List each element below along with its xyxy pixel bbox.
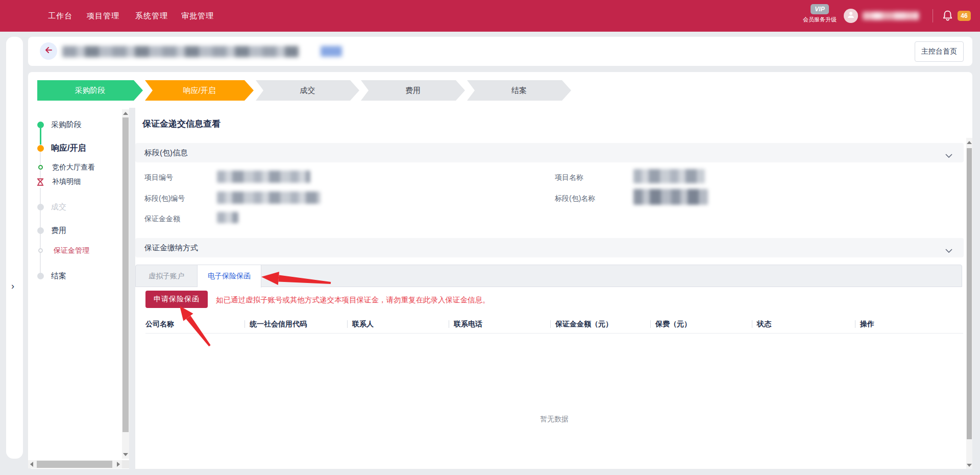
tab-virtual-sub-account[interactable]: 虚拟子账户 <box>136 265 198 287</box>
vip-upgrade-label: 会员服务升级 <box>800 16 839 23</box>
field-value-redacted <box>217 212 238 223</box>
timeline-dot-current <box>37 145 44 152</box>
step-closing: 结案 <box>467 80 571 101</box>
vip-upgrade[interactable]: VIP 会员服务升级 <box>800 4 839 23</box>
content-vertical-scrollbar[interactable] <box>966 138 972 469</box>
back-arrow-icon <box>44 46 53 56</box>
timeline-line-completed <box>40 128 41 145</box>
sidebar-item-deposit-management[interactable]: 保证金管理 <box>54 246 89 255</box>
col-action: 操作 <box>855 315 963 333</box>
chevron-down-icon[interactable] <box>945 151 952 160</box>
step-fees: 费用 <box>361 80 465 101</box>
scrollbar-corner <box>122 460 129 468</box>
scroll-up-arrow[interactable] <box>967 141 972 144</box>
apply-insurance-guarantee-button[interactable]: 申请保险保函 <box>145 291 208 308</box>
scroll-down-arrow[interactable] <box>123 453 128 456</box>
col-status: 状态 <box>752 315 855 333</box>
console-home-button[interactable]: 主控台首页 <box>915 41 964 62</box>
nav-item-workbench[interactable]: 工作台 <box>48 0 72 32</box>
sidebar-item-response-open[interactable]: 响应/开启 <box>51 143 86 154</box>
back-button[interactable] <box>40 42 57 60</box>
scroll-down-arrow[interactable] <box>967 464 972 467</box>
sidebar-scrollbar-thumb[interactable] <box>122 117 129 432</box>
hourglass-icon <box>37 178 44 188</box>
col-premium: 保费（元） <box>650 315 752 333</box>
timeline-dot-disabled <box>37 204 44 210</box>
field-value-redacted <box>633 169 705 183</box>
page-title: 保证金递交信息查看 <box>142 118 220 130</box>
field-label-package-no: 标段(包)编号 <box>144 194 185 203</box>
page: { "navbar": { "menu": [ {"label": "工作台"}… <box>0 0 980 475</box>
scroll-up-arrow[interactable] <box>123 112 128 115</box>
guarantee-table-header: 公司名称 统一社会信用代码 联系人 联系电话 保证金金额（元） 保费（元） 状态… <box>145 315 963 334</box>
nav-item-approval[interactable]: 审批管理 <box>181 0 214 32</box>
sidebar-vertical-scrollbar[interactable] <box>122 109 129 459</box>
scroll-right-arrow[interactable] <box>117 462 120 467</box>
col-deposit-amount: 保证金金额（元） <box>550 315 650 333</box>
vip-icon: VIP <box>811 4 829 14</box>
section-package-info: 标段(包)信息 <box>135 143 964 162</box>
notification-bell-icon[interactable] <box>942 10 953 24</box>
sidebar-horizontal-scrollbar[interactable] <box>28 460 122 468</box>
section-title: 保证金缴纳方式 <box>144 243 198 253</box>
tag-redacted <box>321 46 342 57</box>
username-redacted <box>863 12 919 20</box>
project-title-redacted <box>62 46 299 57</box>
content-scrollbar-thumb[interactable] <box>967 148 972 439</box>
field-label-project-name: 项目名称 <box>555 173 583 182</box>
sidebar-hscrollbar-thumb[interactable] <box>37 461 112 468</box>
field-label-project-no: 项目编号 <box>144 173 173 182</box>
step-response-open: 响应/开启 <box>145 80 254 101</box>
sidebar-item-bidding-hall-view[interactable]: 竞价大厅查看 <box>52 163 95 172</box>
payment-tabs: 虚拟子账户 电子保险保函 <box>135 265 962 287</box>
chevron-down-icon[interactable] <box>945 246 952 255</box>
step-deal: 成交 <box>256 80 359 101</box>
sidebar-item-fees[interactable]: 费用 <box>51 226 66 235</box>
nav-item-projects[interactable]: 项目管理 <box>87 0 119 32</box>
col-contact-phone: 联系电话 <box>449 315 550 333</box>
page-header-card: 主控台首页 <box>28 37 972 66</box>
timeline-dot-closing <box>37 273 44 279</box>
field-value-redacted <box>217 171 310 183</box>
col-company-name: 公司名称 <box>145 315 244 333</box>
sidebar-item-fill-details[interactable]: 补填明细 <box>52 177 81 186</box>
nav-item-system[interactable]: 系统管理 <box>135 0 168 32</box>
empty-table-placeholder: 暂无数据 <box>145 415 963 424</box>
step-procurement-phase: 采购阶段 <box>37 80 143 101</box>
notification-count-badge[interactable]: 46 <box>958 11 971 21</box>
timeline-dot-completed <box>37 122 44 128</box>
timeline-ring-active <box>38 248 43 253</box>
panel-gap <box>129 108 135 469</box>
col-credit-code: 统一社会信用代码 <box>244 315 347 333</box>
timeline-dot-upcoming <box>37 227 44 234</box>
sidebar-item-closing[interactable]: 结案 <box>51 271 66 281</box>
sidebar-item-procurement-phase[interactable]: 采购阶段 <box>51 120 82 130</box>
collapsed-side-panel: › <box>6 37 23 459</box>
field-label-package-name: 标段(包)名称 <box>555 194 595 203</box>
nav-divider <box>933 9 933 22</box>
top-navbar: 工作台 项目管理 系统管理 审批管理 VIP 会员服务升级 46 <box>0 0 980 32</box>
col-contact-person: 联系人 <box>347 315 449 333</box>
expand-panel-icon[interactable]: › <box>11 281 14 292</box>
sidebar-item-deal[interactable]: 成交 <box>51 202 66 212</box>
tab-electronic-insurance-guarantee[interactable]: 电子保险保函 <box>198 265 261 288</box>
user-avatar[interactable] <box>844 9 858 23</box>
scroll-left-arrow[interactable] <box>30 462 33 467</box>
timeline-ring-done <box>38 165 43 170</box>
section-title: 标段(包)信息 <box>144 148 188 158</box>
field-value-redacted <box>633 189 708 205</box>
person-icon <box>847 11 855 21</box>
field-value-redacted <box>217 192 321 204</box>
field-label-deposit-amount: 保证金金额 <box>144 215 180 224</box>
duplicate-deposit-warning: 如已通过虚拟子账号或其他方式递交本项目保证金，请勿重复在此录入保证金信息。 <box>216 295 490 305</box>
section-payment-method: 保证金缴纳方式 <box>135 238 964 257</box>
